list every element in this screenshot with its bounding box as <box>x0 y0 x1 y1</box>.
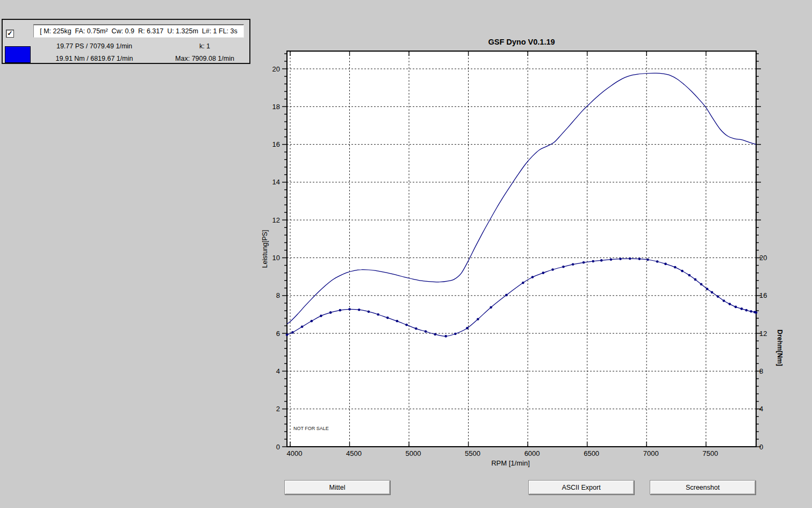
svg-text:12: 12 <box>759 330 767 338</box>
svg-text:4000: 4000 <box>287 449 303 457</box>
series-color-swatch <box>5 46 31 63</box>
peak-power-readout: 19.77 PS / 7079.49 1/min <box>34 42 155 50</box>
mittel-button[interactable]: Mittel <box>284 480 390 495</box>
svg-text:4500: 4500 <box>346 449 362 457</box>
plot-area <box>287 51 756 447</box>
left-axis-label: Leistung[PS] <box>261 230 269 268</box>
svg-text:4: 4 <box>759 405 763 413</box>
svg-text:5500: 5500 <box>465 449 480 457</box>
svg-text:16: 16 <box>759 291 767 299</box>
dyno-chart: 0246810121416182004812162040004500500055… <box>0 0 812 508</box>
svg-text:6: 6 <box>276 330 280 338</box>
svg-text:10: 10 <box>272 254 280 262</box>
peak-torque-readout: 19.91 Nm / 6819.67 1/min <box>34 55 155 62</box>
svg-text:0: 0 <box>276 443 280 451</box>
x-axis-label: RPM [1/min] <box>491 459 530 467</box>
run-enabled-checkbox[interactable]: ✓ <box>6 30 14 38</box>
svg-text:14: 14 <box>272 178 280 186</box>
svg-text:8: 8 <box>759 367 763 375</box>
svg-text:6000: 6000 <box>524 449 540 457</box>
svg-text:5000: 5000 <box>406 449 421 457</box>
run-parameters-input[interactable]: [ M: 225kg FA: 0.75m² Cw: 0.9 R: 6.317 U… <box>33 24 244 38</box>
svg-text:0: 0 <box>759 443 763 451</box>
k-factor-readout: k: 1 <box>162 42 248 50</box>
svg-text:16: 16 <box>272 140 280 148</box>
screenshot-button[interactable]: Screenshot <box>650 480 756 495</box>
svg-text:7000: 7000 <box>643 449 659 457</box>
svg-text:20: 20 <box>759 254 767 262</box>
svg-text:18: 18 <box>272 103 280 111</box>
svg-text:7500: 7500 <box>702 449 718 457</box>
svg-text:4: 4 <box>276 367 280 375</box>
chart-title: GSF Dyno V0.1.19 <box>488 38 555 46</box>
right-axis-label: Drehm[Nm] <box>776 330 784 366</box>
svg-text:20: 20 <box>272 65 280 73</box>
gsf-dyno-window: { "window": { "background": "#cbcbcb" },… <box>0 0 812 508</box>
ascii-export-button[interactable]: ASCII Export <box>528 480 634 495</box>
svg-text:6500: 6500 <box>584 449 599 457</box>
max-rpm-readout: Max: 7909.08 1/min <box>162 55 248 62</box>
run-info-panel: ✓ [ M: 225kg FA: 0.75m² Cw: 0.9 R: 6.317… <box>2 19 250 64</box>
svg-text:8: 8 <box>276 291 280 299</box>
svg-text:12: 12 <box>272 216 280 224</box>
watermark-text: NOT FOR SALE <box>293 426 329 431</box>
svg-text:2: 2 <box>276 405 280 413</box>
